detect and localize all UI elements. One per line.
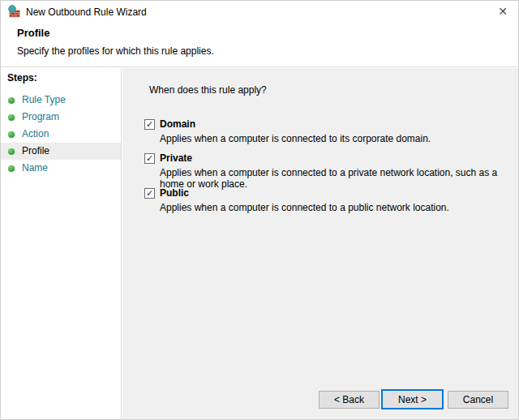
back-button[interactable]: < Back xyxy=(319,391,380,409)
sidebar-item-rule-type[interactable]: Rule Type xyxy=(1,92,121,109)
private-checkbox[interactable]: ✓ xyxy=(144,153,155,164)
step-bullet-icon xyxy=(8,114,15,121)
private-label[interactable]: Private xyxy=(160,152,192,164)
title-bar: New Outbound Rule Wizard ✕ xyxy=(1,1,518,23)
step-label: Profile xyxy=(22,145,49,156)
public-label[interactable]: Public xyxy=(160,187,189,199)
step-label: Name xyxy=(22,162,48,174)
step-label: Action xyxy=(22,128,49,139)
private-checkbox-row[interactable]: ✓ Private xyxy=(144,152,518,164)
step-label: Program xyxy=(22,111,59,122)
domain-description: Applies when a computer is connected to … xyxy=(160,133,431,144)
public-description: Applies when a computer is connected to … xyxy=(160,202,449,213)
windows-firewall-icon xyxy=(7,5,20,18)
public-checkbox-row[interactable]: ✓ Public xyxy=(144,187,449,199)
step-bullet-icon xyxy=(8,148,15,155)
step-bullet-icon xyxy=(8,131,15,138)
steps-heading: Steps: xyxy=(7,72,121,84)
step-bullet-icon xyxy=(8,165,15,172)
window-title: New Outbound Rule Wizard xyxy=(26,6,147,18)
next-button[interactable]: Next > xyxy=(381,389,444,409)
wizard-window: New Outbound Rule Wizard ✕ Profile Speci… xyxy=(0,0,519,420)
public-checkbox[interactable]: ✓ xyxy=(144,188,155,199)
private-description: Applies when a computer is connected to … xyxy=(160,167,518,190)
step-label: Rule Type xyxy=(22,94,66,105)
sidebar-item-action[interactable]: Action xyxy=(1,126,121,143)
domain-label[interactable]: Domain xyxy=(160,118,195,130)
sidebar-item-name[interactable]: Name xyxy=(1,160,121,177)
question-text: When does this rule apply? xyxy=(149,84,267,96)
sidebar-item-profile[interactable]: Profile xyxy=(1,143,121,160)
cancel-button[interactable]: Cancel xyxy=(448,391,508,409)
steps-sidebar: Steps: Rule Type Program Action Profile … xyxy=(1,68,122,419)
domain-checkbox-row[interactable]: ✓ Domain xyxy=(144,118,431,130)
wizard-header: Profile Specify the profiles for which t… xyxy=(1,23,518,67)
content-pane: When does this rule apply? ✓ Domain Appl… xyxy=(122,68,518,419)
close-icon[interactable]: ✕ xyxy=(491,2,515,20)
profile-group-public: ✓ Public Applies when a computer is conn… xyxy=(144,187,449,213)
step-bullet-icon xyxy=(8,97,15,104)
profile-group-domain: ✓ Domain Applies when a computer is conn… xyxy=(144,118,431,144)
sidebar-item-program[interactable]: Program xyxy=(1,109,121,126)
domain-checkbox[interactable]: ✓ xyxy=(144,119,155,130)
profile-group-private: ✓ Private Applies when a computer is con… xyxy=(144,152,518,190)
page-subtitle: Specify the profiles for which this rule… xyxy=(17,45,214,57)
page-title: Profile xyxy=(17,27,49,39)
